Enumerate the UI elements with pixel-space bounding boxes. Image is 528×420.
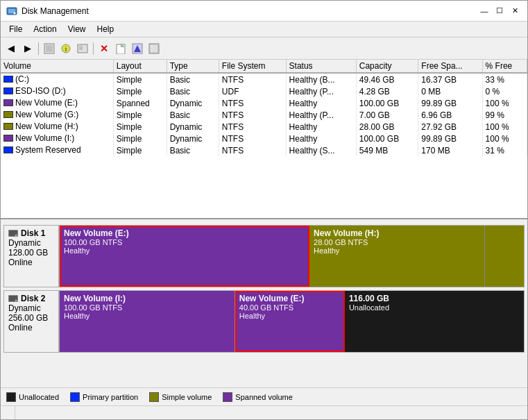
forward-button[interactable]: ▶ [20,41,35,56]
vol-icon: System Reserved [3,145,81,155]
cell-free: 99.89 GB [418,133,482,144]
col-layout: Layout [113,60,167,73]
disk-area: Disk 1 Dynamic 128.00 GB Online New Volu… [1,219,527,387]
cell-status: Healthy (P... [286,109,356,121]
col-capacity: Capacity [356,60,418,73]
cell-capacity: 100.00 GB [356,133,418,144]
disk2-icon [8,295,18,302]
legend-simple-box [149,392,159,402]
disk2-part-e-size: 40.00 GB NTFS [239,303,340,312]
cell-layout: Spanned [113,97,167,109]
cell-fs: NTFS [219,109,286,121]
title-bar-left: Disk Management [6,6,89,17]
disk2-unalloc-size: 116.00 GB [349,294,520,303]
table-row[interactable]: (C:) Simple Basic NTFS Healthy (B... 49.… [1,73,527,85]
cell-type: Dynamic [167,133,219,144]
vol-icon: New Volume (G:) [3,110,78,119]
disk2-label: Disk 2 Dynamic 256.00 GB Online [3,290,59,353]
toolbar-btn-9[interactable]: ⬜ [146,41,162,56]
vol-icon: ESD-ISO (D:) [3,86,66,96]
vol-bar [3,99,13,106]
cell-free: 99.89 GB [418,97,482,109]
col-volume: Volume [1,60,113,73]
disk2-size: 256.00 GB [8,313,54,323]
toolbar-btn-7[interactable] [113,41,128,56]
cell-volume: New Volume (E:) [1,97,113,109]
title-bar: Disk Management — ☐ ✕ [1,1,527,22]
cell-volume: New Volume (I:) [1,133,113,144]
disk2-part-unalloc: 116.00 GB Unallocated [345,291,524,352]
cell-status: Healthy (S... [286,144,356,156]
close-button[interactable]: ✕ [508,6,522,17]
disk2-partitions: New Volume (I:) 100.00 GB NTFS Healthy N… [59,290,525,353]
vol-icon: (C:) [3,74,29,84]
disk1-part-h-name: New Volume (H:) [314,228,480,238]
main-area: Volume Layout Type File System Status Ca… [1,60,527,419]
legend-primary-box [70,392,80,402]
toolbar-btn-3[interactable] [42,41,57,56]
disk2-row: Disk 2 Dynamic 256.00 GB Online New Volu… [3,290,525,353]
cell-volume: New Volume (H:) [1,121,113,133]
toolbar: ◀ ▶ i ✕ ⬜ [1,37,527,60]
table-row[interactable]: New Volume (E:) Spanned Dynamic NTFS Hea… [1,97,527,109]
cell-layout: Simple [113,121,167,133]
app-icon [6,6,17,17]
legend-primary-label: Primary partition [83,393,138,401]
disk1-part-e[interactable]: New Volume (E:) 100.00 GB NTFS Healthy [60,226,309,287]
cell-layout: Simple [113,109,167,121]
table-header-row: Volume Layout Type File System Status Ca… [1,60,527,73]
legend: Unallocated Primary partition Simple vol… [1,387,527,405]
legend-simple-label: Simple volume [162,393,212,401]
disk2-type: Dynamic [8,303,54,313]
maximize-button[interactable]: ☐ [493,6,506,17]
disk1-row: Disk 1 Dynamic 128.00 GB Online New Volu… [3,225,525,287]
table-row[interactable]: New Volume (G:) Simple Basic NTFS Health… [1,109,527,121]
legend-simple: Simple volume [149,392,212,402]
toolbar-btn-4[interactable]: i [58,41,74,56]
menu-action[interactable]: Action [28,23,62,35]
disk2-unalloc-label: Unallocated [349,303,520,312]
status-bar [1,405,527,419]
cell-pct: 33 % [482,73,527,85]
svg-point-17 [15,235,17,237]
cell-volume: System Reserved [1,144,113,156]
cell-free: 0 MB [418,85,482,97]
disk2-part-i[interactable]: New Volume (I:) 100.00 GB NTFS Healthy [60,291,235,352]
svg-point-2 [14,12,16,14]
cell-type: Basic [167,73,219,85]
cell-free: 27.92 GB [418,121,482,133]
svg-text:i: i [65,46,67,53]
disk1-part-h-status: Healthy [314,246,480,255]
cell-volume: New Volume (G:) [1,109,113,121]
title-text: Disk Management [22,6,89,16]
col-status: Status [286,60,356,73]
disk1-part-e-status: Healthy [64,246,305,255]
cell-status: Healthy (B... [286,73,356,85]
cell-capacity: 100.00 GB [356,97,418,109]
minimize-button[interactable]: — [477,6,491,17]
delete-button[interactable]: ✕ [96,41,112,56]
vol-bar [3,76,13,83]
table-row[interactable]: New Volume (H:) Simple Dynamic NTFS Heal… [1,121,527,133]
toolbar-btn-8[interactable] [130,41,145,56]
cell-layout: Simple [113,144,167,156]
table-row[interactable]: New Volume (I:) Simple Dynamic NTFS Heal… [1,133,527,144]
vol-bar [3,135,13,142]
vol-icon: New Volume (I:) [3,133,74,143]
vol-bar [3,111,13,118]
menu-file[interactable]: File [3,23,28,35]
disk1-part-e-size: 100.00 GB NTFS [64,238,305,246]
disk2-part-i-size: 100.00 GB NTFS [64,303,230,312]
disk1-name: Disk 1 [21,228,45,238]
table-row[interactable]: System Reserved Simple Basic NTFS Health… [1,144,527,156]
menu-bar: File Action View Help [1,22,527,37]
disk2-part-e[interactable]: New Volume (E:) 40.00 GB NTFS Healthy [235,291,345,352]
menu-help[interactable]: Help [92,23,120,35]
cell-pct: 0 % [482,85,527,97]
disk1-part-h[interactable]: New Volume (H:) 28.00 GB NTFS Healthy [309,226,485,287]
toolbar-btn-5[interactable] [75,41,90,56]
cell-type: Dynamic [167,121,219,133]
menu-view[interactable]: View [62,23,92,35]
table-row[interactable]: ESD-ISO (D:) Simple Basic UDF Healthy (P… [1,85,527,97]
back-button[interactable]: ◀ [3,41,19,56]
